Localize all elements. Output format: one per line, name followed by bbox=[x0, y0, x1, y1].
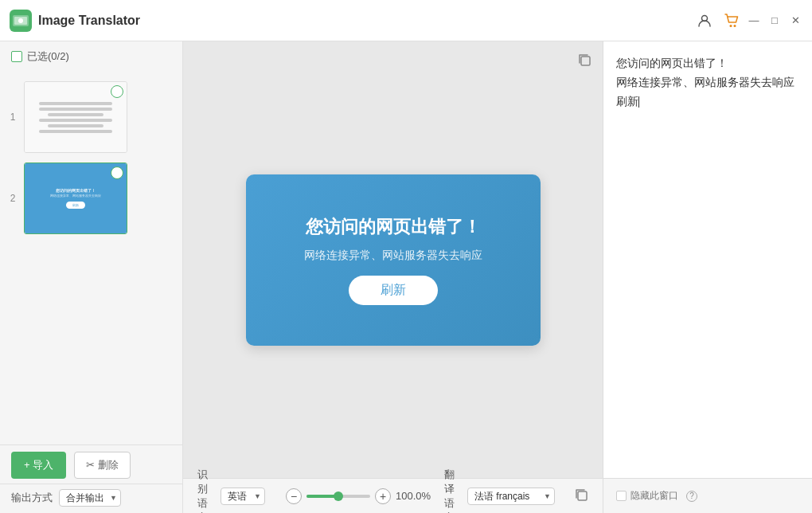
thumb-select-circle-2 bbox=[111, 166, 123, 179]
main-layout: 已选(0/2) 1 bbox=[0, 41, 812, 513]
maximize-button[interactable]: □ bbox=[767, 14, 782, 28]
app-title: Image Translator bbox=[38, 14, 696, 28]
thumb-line bbox=[39, 108, 113, 111]
thumb-number-1: 1 bbox=[8, 112, 18, 123]
error-card-title: 您访问的网页出错了！ bbox=[306, 215, 481, 239]
thumb-error-title: 您访问的网页出错了！ bbox=[56, 188, 96, 193]
user-icon[interactable] bbox=[696, 12, 713, 29]
zoom-slider-thumb[interactable] bbox=[334, 491, 343, 501]
output-row: 输出方式 合并输出 ▼ bbox=[0, 484, 182, 513]
sidebar-bottom-buttons: + 导入 ✂ 删除 bbox=[0, 444, 182, 484]
checkbox-box bbox=[11, 51, 22, 62]
select-all-checkbox[interactable]: 已选(0/2) bbox=[11, 49, 69, 64]
copy-icon-top[interactable] bbox=[577, 53, 591, 70]
thumb-error-sub: 网络连接异常、网站服务器失去响应 bbox=[50, 194, 101, 198]
thumb-line bbox=[39, 119, 113, 122]
thumb-line bbox=[48, 113, 103, 116]
right-panel: 您访问的网页出错了！ 网络连接异常、网站服务器失去响应 刷新 隐藏此窗口 ? 导… bbox=[603, 41, 812, 513]
svg-point-3 bbox=[18, 18, 23, 23]
output-select-wrapper: 合并输出 ▼ bbox=[59, 489, 121, 507]
delete-button[interactable]: ✂ 删除 bbox=[74, 452, 131, 479]
right-panel-bottom: 隐藏此窗口 ? 导出 bbox=[603, 478, 812, 513]
thumb-refresh-btn: 刷新 bbox=[66, 202, 85, 209]
svg-rect-7 bbox=[581, 57, 590, 65]
translate-lang-wrapper: 法语 français 英语 中文 ▼ bbox=[467, 488, 555, 505]
translated-line3: 刷新 bbox=[616, 95, 638, 108]
zoom-value: 100.0% bbox=[396, 490, 431, 502]
recognize-lang-select[interactable]: 英语 中文 日语 bbox=[221, 488, 265, 505]
svg-point-6 bbox=[734, 25, 736, 27]
thumb-line bbox=[48, 124, 103, 127]
help-icon[interactable]: ? bbox=[686, 491, 697, 502]
translated-line2: 网络连接异常、网站服务器失去响应 bbox=[616, 76, 794, 88]
list-item[interactable]: 1 bbox=[0, 76, 182, 158]
output-select[interactable]: 合并输出 bbox=[59, 489, 121, 507]
copy-icon-toolbar[interactable] bbox=[574, 488, 588, 505]
refresh-button[interactable]: 刷新 bbox=[349, 276, 438, 305]
thumb-select-circle-1 bbox=[111, 85, 123, 98]
zoom-slider[interactable] bbox=[306, 495, 370, 498]
title-bar: Image Translator — □ ✕ bbox=[0, 0, 812, 41]
select-count: 已选(0/2) bbox=[27, 49, 69, 64]
translate-lang-select[interactable]: 法语 français 英语 中文 bbox=[467, 488, 555, 505]
bottom-toolbar: 识别语言 英语 中文 日语 ▼ − + 100.0% 翻译语言 bbox=[183, 478, 603, 513]
svg-point-5 bbox=[730, 25, 732, 27]
import-button[interactable]: + 导入 bbox=[11, 452, 66, 479]
sidebar-header: 已选(0/2) bbox=[0, 41, 182, 72]
output-label: 输出方式 bbox=[11, 491, 53, 505]
thumbnail-list: 1 2 您访问的网 bbox=[0, 72, 182, 444]
cart-icon[interactable] bbox=[723, 12, 740, 29]
content-area: 您访问的网页出错了！ 网络连接异常、网站服务器失去响应 刷新 识别语言 英语 中… bbox=[183, 41, 603, 513]
thumb-line bbox=[39, 102, 113, 105]
window-controls: — □ ✕ bbox=[747, 14, 802, 28]
translated-line1: 您访问的网页出错了！ bbox=[616, 57, 728, 69]
zoom-out-button[interactable]: − bbox=[286, 488, 302, 504]
text-cursor bbox=[638, 96, 639, 108]
close-button[interactable]: ✕ bbox=[788, 14, 802, 28]
hide-window-label[interactable]: 隐藏此窗口 bbox=[616, 489, 678, 503]
image-viewer: 您访问的网页出错了！ 网络连接异常、网站服务器失去响应 刷新 bbox=[183, 41, 603, 478]
hide-window-checkbox[interactable] bbox=[616, 491, 627, 501]
minimize-button[interactable]: — bbox=[747, 14, 761, 28]
zoom-in-button[interactable]: + bbox=[375, 488, 391, 504]
zoom-controls: − + 100.0% bbox=[286, 488, 431, 504]
thumbnail-1[interactable] bbox=[24, 81, 127, 153]
list-item[interactable]: 2 您访问的网页出错了！ 网络连接异常、网站服务器失去响应 刷新 bbox=[0, 158, 182, 239]
app-logo bbox=[10, 10, 32, 32]
translation-text: 您访问的网页出错了！ 网络连接异常、网站服务器失去响应 刷新 bbox=[603, 41, 812, 478]
recognize-lang-wrapper: 英语 中文 日语 ▼ bbox=[221, 488, 265, 505]
title-bar-actions bbox=[696, 12, 740, 29]
error-card: 您访问的网页出错了！ 网络连接异常、网站服务器失去响应 刷新 bbox=[246, 174, 541, 346]
thumb-number-2: 2 bbox=[8, 193, 18, 204]
hide-window-text: 隐藏此窗口 bbox=[630, 489, 678, 503]
thumb-line bbox=[39, 130, 113, 133]
svg-rect-8 bbox=[578, 491, 587, 500]
error-card-subtitle: 网络连接异常、网站服务器失去响应 bbox=[304, 249, 482, 263]
thumbnail-2[interactable]: 您访问的网页出错了！ 网络连接异常、网站服务器失去响应 刷新 bbox=[24, 163, 127, 234]
sidebar: 已选(0/2) 1 bbox=[0, 41, 183, 513]
